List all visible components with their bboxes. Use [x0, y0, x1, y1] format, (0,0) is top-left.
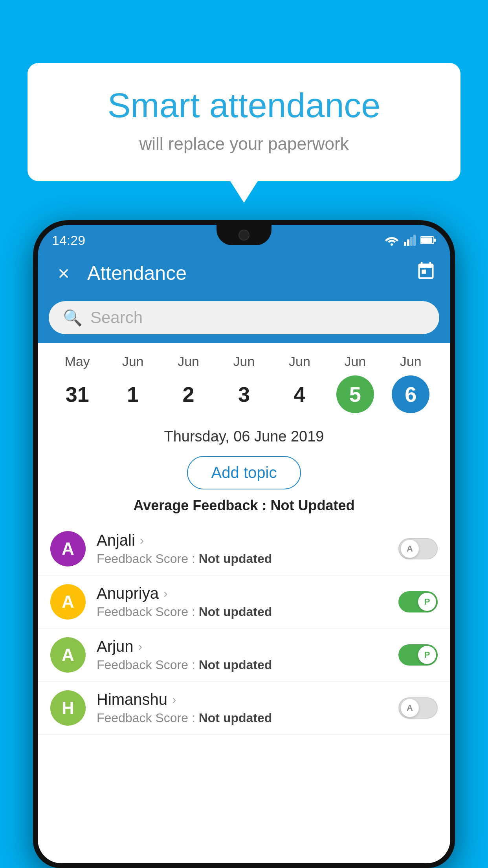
student-avatar: A: [50, 637, 86, 673]
screen-content: 🔍 Search May31Jun1Jun2Jun3Jun4Jun5Jun6 T…: [38, 295, 450, 863]
avg-feedback-label: Average Feedback :: [134, 497, 271, 513]
student-arrow: ›: [172, 692, 176, 707]
phone-notch: [216, 225, 272, 245]
calendar-day[interactable]: Jun3: [218, 354, 270, 413]
student-item[interactable]: HHimanshu ›Feedback Score : Not updatedA: [38, 682, 450, 735]
wifi-icon: [384, 235, 399, 246]
cal-date-number: 3: [225, 375, 263, 413]
calendar-day[interactable]: Jun4: [274, 354, 325, 413]
cal-month-label: Jun: [289, 354, 310, 369]
cal-date-number: 1: [114, 375, 152, 413]
bubble-subtitle: will replace your paperwork: [59, 134, 429, 154]
student-avatar: H: [50, 690, 86, 726]
cal-month-label: Jun: [400, 354, 422, 369]
speech-bubble-container: Smart attendance will replace your paper…: [28, 63, 460, 181]
calendar-icon[interactable]: [416, 261, 436, 286]
calendar-day[interactable]: May31: [52, 354, 103, 413]
student-avatar: A: [50, 584, 86, 620]
cal-month-label: Jun: [122, 354, 144, 369]
student-arrow: ›: [163, 586, 168, 601]
bubble-title: Smart attendance: [59, 86, 429, 125]
student-info: Anupriya ›Feedback Score : Not updated: [97, 585, 387, 619]
attendance-toggle[interactable]: P: [398, 591, 438, 612]
student-feedback: Feedback Score : Not updated: [97, 711, 387, 725]
cal-month-label: May: [65, 354, 90, 369]
add-topic-button[interactable]: Add topic: [187, 456, 301, 489]
status-time: 14:29: [52, 233, 85, 248]
feedback-value: Not updated: [199, 552, 272, 566]
close-button[interactable]: ×: [52, 261, 75, 285]
student-item[interactable]: AAnjali ›Feedback Score : Not updatedA: [38, 522, 450, 576]
student-info: Himanshu ›Feedback Score : Not updated: [97, 691, 387, 725]
svg-rect-3: [410, 237, 413, 246]
student-feedback: Feedback Score : Not updated: [97, 658, 387, 672]
toggle-thumb: P: [418, 646, 436, 664]
svg-rect-4: [413, 235, 416, 246]
calendar-strip: May31Jun1Jun2Jun3Jun4Jun5Jun6: [38, 343, 450, 419]
toggle-container[interactable]: A: [398, 538, 438, 559]
svg-rect-6: [434, 239, 436, 242]
toggle-container[interactable]: P: [398, 591, 438, 612]
student-name: Anupriya ›: [97, 585, 387, 602]
search-placeholder: Search: [90, 308, 143, 327]
phone-inner: 14:29: [38, 225, 450, 863]
phone-screen: 14:29: [38, 225, 450, 863]
phone-frame: 14:29: [33, 220, 455, 868]
student-info: Anjali ›Feedback Score : Not updated: [97, 531, 387, 566]
calendar-day[interactable]: Jun6: [385, 354, 436, 413]
search-icon: 🔍: [63, 309, 83, 327]
app-title: Attendance: [87, 262, 404, 285]
cal-date-number: 5: [336, 375, 374, 413]
cal-month-label: Jun: [233, 354, 255, 369]
attendance-toggle[interactable]: A: [398, 697, 438, 719]
student-avatar: A: [50, 531, 86, 566]
cal-date-number: 2: [170, 375, 207, 413]
feedback-value: Not updated: [199, 605, 272, 619]
search-bar[interactable]: 🔍 Search: [49, 301, 439, 334]
svg-rect-7: [421, 237, 432, 243]
cal-date-number: 31: [59, 375, 96, 413]
feedback-value: Not updated: [199, 711, 272, 725]
cal-date-number: 6: [392, 375, 429, 413]
signal-icon: [404, 235, 416, 246]
status-icons: [384, 235, 436, 246]
attendance-toggle[interactable]: A: [398, 538, 438, 559]
average-feedback: Average Feedback : Not Updated: [38, 497, 450, 522]
toggle-container[interactable]: A: [398, 697, 438, 719]
toggle-container[interactable]: P: [398, 644, 438, 666]
cal-month-label: Jun: [344, 354, 366, 369]
calendar-day[interactable]: Jun5: [330, 354, 381, 413]
cal-date-number: 4: [281, 375, 318, 413]
selected-date-label: Thursday, 06 June 2019: [38, 419, 450, 451]
toggle-thumb: A: [401, 699, 419, 717]
student-item[interactable]: AArjun ›Feedback Score : Not updatedP: [38, 629, 450, 682]
calendar-day[interactable]: Jun2: [163, 354, 214, 413]
attendance-toggle[interactable]: P: [398, 644, 438, 666]
search-bar-container: 🔍 Search: [38, 295, 450, 343]
student-feedback: Feedback Score : Not updated: [97, 605, 387, 619]
feedback-value: Not updated: [199, 658, 272, 672]
avg-feedback-value: Not Updated: [270, 497, 354, 513]
student-list: AAnjali ›Feedback Score : Not updatedAAA…: [38, 522, 450, 863]
student-name: Anjali ›: [97, 531, 387, 549]
calendar-day[interactable]: Jun1: [107, 354, 158, 413]
toggle-thumb: P: [418, 593, 436, 611]
svg-point-0: [391, 243, 393, 246]
svg-rect-1: [404, 242, 406, 246]
svg-rect-2: [407, 239, 409, 246]
student-name: Arjun ›: [97, 638, 387, 655]
student-arrow: ›: [140, 533, 144, 548]
student-info: Arjun ›Feedback Score : Not updated: [97, 638, 387, 672]
app-bar: × Attendance: [38, 252, 450, 295]
cal-month-label: Jun: [178, 354, 199, 369]
student-arrow: ›: [138, 639, 142, 654]
speech-bubble: Smart attendance will replace your paper…: [28, 63, 460, 181]
student-feedback: Feedback Score : Not updated: [97, 552, 387, 566]
add-topic-container: Add topic: [38, 451, 450, 497]
camera: [238, 230, 250, 241]
student-name: Himanshu ›: [97, 691, 387, 708]
toggle-thumb: A: [401, 540, 419, 558]
battery-icon: [420, 236, 436, 245]
student-item[interactable]: AAnupriya ›Feedback Score : Not updatedP: [38, 576, 450, 629]
